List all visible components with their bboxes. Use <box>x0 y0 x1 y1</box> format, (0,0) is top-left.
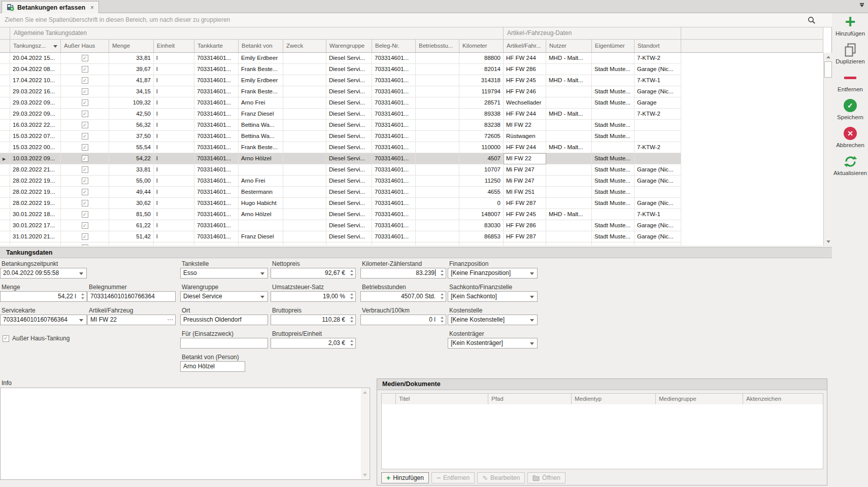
table-row[interactable]: 15.03.2022 07...✓37,50l703314601...Betti… <box>0 131 681 142</box>
scroll-down-icon[interactable] <box>361 471 369 479</box>
row-checkbox[interactable]: ✓ <box>82 189 88 195</box>
table-row[interactable]: 16.03.2022 22...✓56,32l703314601...Betti… <box>0 120 681 131</box>
table-row[interactable]: 29.03.2022 09...✓42,50l703314601...Franz… <box>0 109 681 120</box>
remove-button[interactable]: Entfernen <box>838 70 863 92</box>
table-row[interactable]: 17.04.2022 10...✓41,87l703314601...Emily… <box>0 75 681 86</box>
table-row[interactable]: 28.02.2022 21...✓33,81l703314601...Diese… <box>0 164 681 176</box>
scroll-down-icon[interactable] <box>824 237 832 246</box>
column-header-betankt_von[interactable]: Betankt von <box>239 40 283 52</box>
spinner-buttons[interactable] <box>441 293 444 299</box>
row-checkbox[interactable]: ✓ <box>82 133 88 140</box>
row-checkbox[interactable]: ✓ <box>82 155 88 162</box>
chevron-down-icon[interactable] <box>530 342 534 345</box>
column-header-menge[interactable]: Menge <box>109 40 154 52</box>
table-row[interactable]: 28.02.2022 19...✓55,00l703314601...Arno … <box>0 176 681 187</box>
column-header-artikel[interactable]: Artikel/Fahr... <box>504 40 546 52</box>
table-row[interactable]: ✓ <box>0 242 681 246</box>
column-header-ausser_haus[interactable]: Außer Haus <box>61 40 109 52</box>
artikel-fahrzeug-field[interactable]: MI FW 22 ⋯ <box>87 315 176 325</box>
chevron-down-icon[interactable] <box>530 319 534 322</box>
table-row[interactable]: 31.01.2020 21...✓51,42l703314601...Franz… <box>0 231 681 242</box>
spinner-buttons[interactable] <box>350 293 353 299</box>
chevron-down-icon[interactable] <box>530 272 534 275</box>
column-header-eigentuemer[interactable]: Eigentümer <box>592 40 635 52</box>
row-checkbox[interactable]: ✓ <box>82 122 88 128</box>
grid-vertical-scrollbar[interactable] <box>823 53 832 246</box>
table-row[interactable]: 20.04.2022 08...✓39,67l703314601...Frank… <box>0 64 681 75</box>
media-indicator-header[interactable] <box>382 394 396 404</box>
search-icon[interactable] <box>808 16 816 24</box>
column-header-beleg_nr[interactable]: Beleg-Nr. <box>372 40 416 52</box>
spinner-buttons[interactable] <box>441 317 444 323</box>
verbrauch-100km-spin-field[interactable]: 0 l <box>360 315 446 325</box>
row-checkbox[interactable]: ✓ <box>82 166 88 173</box>
ort-field[interactable]: Preussisch Oldendorf <box>180 315 268 325</box>
betriebsstunden-spin-field[interactable]: 4507,00 Std. <box>360 291 446 302</box>
checkbox-icon[interactable]: ✓ <box>3 335 9 342</box>
spinner-buttons[interactable] <box>350 317 353 323</box>
column-header-tankungszeitpunkt[interactable]: Tankungsz... <box>10 40 61 52</box>
spinner-buttons[interactable] <box>441 270 444 276</box>
info-vertical-scrollbar[interactable] <box>361 389 369 479</box>
table-row[interactable]: 28.02.2022 19...✓30,62l703314601...Hugo … <box>0 198 681 209</box>
media-column-header-aktenzeichen[interactable]: Aktenzeichen <box>743 394 823 404</box>
row-checkbox[interactable]: ✓ <box>82 111 88 117</box>
betankungszeitpunkt-combo[interactable]: 20.04.2022 09:55:58 <box>0 268 87 279</box>
column-header-standort[interactable]: Standort <box>635 40 681 52</box>
scrollbar-thumb[interactable] <box>824 61 832 78</box>
row-indicator-header[interactable] <box>0 40 10 52</box>
warengruppe-combo[interactable]: Diesel Service <box>180 291 268 302</box>
row-checkbox[interactable]: ✓ <box>82 211 88 218</box>
column-header-zweck[interactable]: Zweck <box>283 40 326 52</box>
umsatzsteuer-satz-spin-field[interactable]: 19,00 % <box>271 291 356 302</box>
column-header-nutzer[interactable]: Nutzer <box>546 40 592 52</box>
row-checkbox[interactable]: ✓ <box>82 55 88 61</box>
media-column-header-medientyp[interactable]: Medientyp <box>572 394 656 404</box>
table-row[interactable]: ▶10.03.2022 09...✓54,22l703314601...Arno… <box>0 153 681 164</box>
column-header-tankkarte[interactable]: Tankkarte <box>194 40 239 52</box>
media-remove-button[interactable]: − Entfernen <box>431 472 475 483</box>
column-header-kilometer[interactable]: Kilometer <box>459 40 504 52</box>
menge-spin-field[interactable]: 54,22 l <box>0 291 87 302</box>
table-row[interactable]: 30.01.2022 18...✓81,50l703314601...Arno … <box>0 209 681 220</box>
add-button[interactable]: + Hinzufügen <box>836 14 865 37</box>
kilometer-zaehlerstand-spin-field[interactable]: 83.239 <box>360 268 446 279</box>
sachkonto-combo[interactable]: [Kein Sachkonto] <box>448 291 538 302</box>
chevron-down-icon[interactable] <box>260 272 264 275</box>
table-row[interactable]: 15.03.2022 00...✓55,54l703314601...Frank… <box>0 142 681 153</box>
spinner-buttons[interactable] <box>350 340 353 346</box>
column-header-einheit[interactable]: Einheit <box>154 40 194 52</box>
fuer-einsatzzweck-field[interactable] <box>180 338 268 349</box>
finanzposition-combo[interactable]: [Keine Finanzposition] <box>448 268 538 279</box>
duplicate-button[interactable]: Duplizieren <box>836 42 865 64</box>
table-row[interactable]: 30.01.2022 17...✓61,22l703314601...Diese… <box>0 220 681 231</box>
save-button[interactable]: ✓ Speichern <box>837 98 863 120</box>
chevron-down-icon[interactable] <box>260 296 264 298</box>
chevron-down-icon[interactable] <box>79 319 83 322</box>
tab-close-icon[interactable]: × <box>90 4 94 11</box>
row-checkbox[interactable]: ✓ <box>82 222 88 229</box>
spinner-buttons[interactable] <box>81 293 84 299</box>
row-checkbox[interactable]: ✓ <box>82 178 88 184</box>
scroll-up-icon[interactable] <box>824 53 832 61</box>
row-checkbox[interactable]: ✓ <box>82 245 88 246</box>
table-row[interactable]: 28.02.2022 19...✓49,44l703314601...Beste… <box>0 187 681 198</box>
tab-list-dropdown-icon[interactable] <box>860 5 864 7</box>
band-header[interactable]: Artikel-/Fahrzeug-Daten <box>504 27 681 39</box>
column-header-betriebsstunden[interactable]: Betriebsstu... <box>416 40 459 52</box>
group-by-panel[interactable]: Ziehen Sie eine Spaltenüberschrift in di… <box>0 13 832 27</box>
row-checkbox[interactable]: ✓ <box>82 66 88 73</box>
chevron-down-icon[interactable] <box>530 296 534 298</box>
kostenstelle-combo[interactable]: [Keine Kostenstelle] <box>448 315 538 325</box>
cancel-button[interactable]: ✕ Abbrechen <box>836 126 864 148</box>
betankt-von-person-field[interactable]: Arno Hölzel <box>180 361 245 372</box>
table-row[interactable]: 29.03.2022 09...✓109,32l703314601...Arno… <box>0 97 681 109</box>
row-checkbox[interactable]: ✓ <box>82 200 88 206</box>
row-checkbox[interactable]: ✓ <box>82 77 88 84</box>
table-row[interactable]: 20.04.2022 15...✓33,81l703314601...Emily… <box>0 53 681 64</box>
spinner-buttons[interactable] <box>350 270 353 276</box>
media-grid-body[interactable] <box>381 404 823 469</box>
belegnummer-field[interactable]: 7033146010160766364 <box>87 291 176 302</box>
media-open-button[interactable]: Öffnen <box>527 472 565 483</box>
bruttopreis-spin-field[interactable]: 110,28 € <box>271 315 356 325</box>
